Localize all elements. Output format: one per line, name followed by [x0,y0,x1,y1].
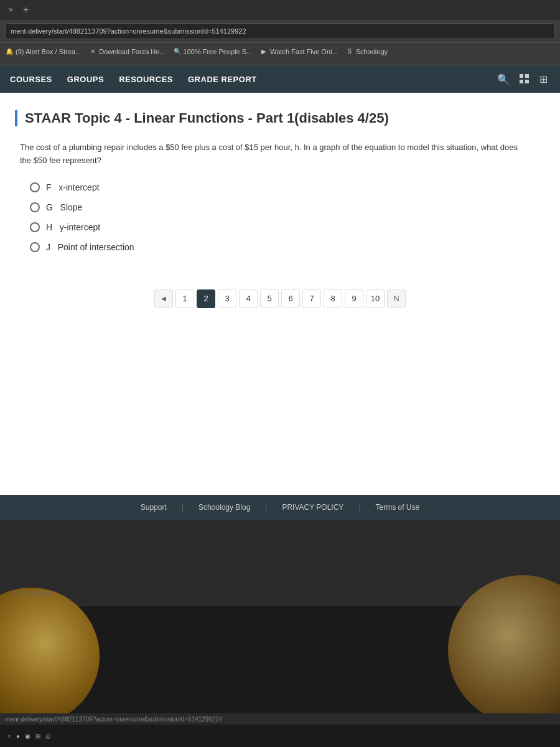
address-bar[interactable] [5,23,555,39]
nav-left: COURSES GROUPS RESOURCES GRADE REPORT [10,75,257,84]
option-h[interactable]: H y-intercept [30,222,540,232]
footer-support[interactable]: Support [141,503,167,512]
footer-blog[interactable]: Schoology Blog [198,503,250,512]
taskbar: ○ ● ◉ ⊞ ◎ [0,725,560,747]
nav-resources[interactable]: RESOURCES [119,75,173,84]
search-icon[interactable]: 🔍 [495,71,512,88]
schoology-nav: COURSES GROUPS RESOURCES GRADE REPORT 🔍 … [0,65,560,93]
apps-icon[interactable]: ⊞ [537,71,550,88]
radio-g[interactable] [30,202,40,212]
bookmarks-bar: 🔔 (9) Alert Box / Strea... ✕ Download Fo… [0,42,560,60]
status-url-bar: ment-delivery/start/4882113709?action=on… [0,713,560,725]
question-container: The cost of a plumbing repair includes a… [15,141,545,252]
page-title: STAAR Topic 4 - Linear Functions - Part … [15,110,545,126]
bookmark-icon-alert: 🔔 [5,47,14,56]
option-h-label: H y-intercept [46,222,100,232]
taskbar-item-4[interactable]: ⊞ [35,733,40,740]
option-f-label: F x-intercept [46,182,100,192]
page-1-button[interactable]: 1 [175,289,194,308]
grid-icon[interactable] [520,74,530,84]
bookmark-label-download: Download Forza Ho... [99,48,165,55]
bookmark-label-fastfive: Watch Fast Five Onl... [270,48,337,55]
nav-right: 🔍 ⊞ [495,71,550,88]
bookmark-people[interactable]: 🔍 100% Free People S... [173,47,253,56]
answer-options: F x-intercept G Slope H y-intercept J Po… [20,182,540,252]
page-3-button[interactable]: 3 [218,289,236,308]
next-page-button[interactable]: N [387,289,406,308]
option-g[interactable]: G Slope [30,202,540,212]
radio-f[interactable] [30,182,40,192]
option-f[interactable]: F x-intercept [30,182,540,192]
bookmark-alert-box[interactable]: 🔔 (9) Alert Box / Strea... [5,47,81,56]
page-6-button[interactable]: 6 [281,289,300,308]
nav-groups[interactable]: GROUPS [67,75,104,84]
address-bar-row [0,20,560,42]
content-area: STAAR Topic 4 - Linear Functions - Part … [0,93,560,333]
question-text: The cost of a plumbing repair includes a… [20,141,530,167]
browser-chrome: × + 🔔 (9) Alert Box / Strea... ✕ Downloa… [0,0,560,65]
taskbar-item-2[interactable]: ● [16,733,20,740]
page-8-button[interactable]: 8 [324,289,342,308]
page-10-button[interactable]: 10 [366,289,385,308]
footer-sep-3: | [358,503,360,512]
bookmark-label-people: 100% Free People S... [184,48,253,55]
tab-close[interactable]: × [5,6,17,14]
bookmark-schoology[interactable]: S Schoology [345,47,388,56]
radio-h[interactable] [30,222,40,232]
bookmark-icon-schoology: S [345,47,354,56]
nav-grade-report[interactable]: GRADE REPORT [188,75,257,84]
option-g-label: G Slope [46,202,82,212]
new-tab-button[interactable]: + [19,4,32,16]
nav-courses[interactable]: COURSES [10,75,52,84]
bookmark-label-schoology: Schoology [356,48,388,55]
pagination: ◄ 1 2 3 4 5 6 7 8 9 10 N [15,289,545,321]
taskbar-item-1[interactable]: ○ [7,733,11,740]
bookmark-fastfive[interactable]: ▶ Watch Fast Five Onl... [259,47,337,56]
tab-bar: × + [0,0,560,20]
webpage-footer: Support | Schoology Blog | PRIVACY POLIC… [0,495,560,520]
page-7-button[interactable]: 7 [302,289,321,308]
page-5-button[interactable]: 5 [260,289,279,308]
option-j-label: J Point of intersection [46,242,134,252]
prev-page-button[interactable]: ◄ [154,289,173,308]
bookmark-icon-people: 🔍 [173,47,182,56]
main-content: STAAR Topic 4 - Linear Functions - Part … [0,93,560,495]
taskbar-item-5[interactable]: ◎ [45,733,51,740]
bookmark-icon-download: ✕ [88,47,97,56]
footer-terms[interactable]: Terms of Use [376,503,420,512]
option-j[interactable]: J Point of intersection [30,242,540,252]
bookmark-download[interactable]: ✕ Download Forza Ho... [88,47,165,56]
footer-sep-1: | [182,503,184,512]
footer-sep-2: | [265,503,267,512]
page-4-button[interactable]: 4 [239,289,258,308]
bookmark-label-alert: (9) Alert Box / Strea... [16,48,81,55]
radio-j[interactable] [30,242,40,252]
creative-label: CREATIVE [12,590,56,598]
page-2-button[interactable]: 2 [197,289,215,308]
webpage: COURSES GROUPS RESOURCES GRADE REPORT 🔍 … [0,65,560,520]
bookmark-icon-fastfive: ▶ [259,47,268,56]
page-9-button[interactable]: 9 [345,289,363,308]
taskbar-item-3[interactable]: ◉ [25,733,30,740]
status-url-text: ment-delivery/start/4882113709?action=on… [5,716,223,723]
footer-privacy[interactable]: PRIVACY POLICY [282,503,343,512]
